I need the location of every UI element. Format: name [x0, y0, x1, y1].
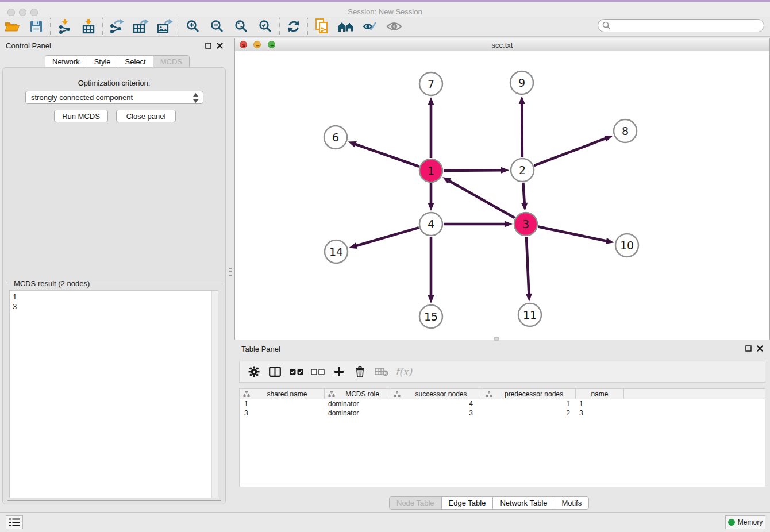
close-panel-button[interactable]: Close panel	[116, 110, 176, 122]
zoom-fit-button[interactable]	[229, 18, 253, 35]
toolbar-separator	[179, 18, 179, 35]
eye-edit-icon	[363, 20, 378, 33]
edge-arrowhead	[348, 141, 357, 148]
toolbar-separator	[307, 18, 308, 35]
table-options-button[interactable]	[243, 363, 264, 380]
column-label: name	[576, 390, 623, 398]
view-splitter-handle[interactable]	[494, 337, 499, 341]
zoom-in-button[interactable]	[181, 18, 205, 35]
toolbar-separator	[50, 18, 51, 35]
show-column-panel-button[interactable]	[264, 363, 286, 380]
zoom-out-button[interactable]	[205, 18, 229, 35]
tab-select[interactable]: Select	[118, 56, 153, 68]
edge-arrowhead	[428, 97, 434, 105]
unselect-all-columns-button[interactable]	[307, 363, 328, 380]
optimization-criterion-label: Optimization criterion:	[2, 79, 226, 87]
edge-arrowhead	[526, 294, 532, 302]
zoom-selected-button[interactable]	[253, 18, 278, 35]
open-session-button[interactable]	[0, 18, 24, 35]
task-history-button[interactable]	[6, 515, 23, 529]
tab-node-table[interactable]: Node Table	[390, 497, 442, 509]
edge-arrowhead	[442, 177, 451, 184]
cell-name[interactable]: 1	[576, 400, 624, 408]
import-table-button[interactable]	[76, 18, 101, 35]
node-table-body[interactable]: 1dominator4113dominator323	[239, 399, 765, 487]
edge-3-10[interactable]	[538, 227, 607, 241]
duplicate-network-button[interactable]	[310, 18, 334, 35]
column-header-shared-name[interactable]: shared name	[240, 389, 325, 399]
search-icon	[602, 21, 611, 30]
export-image-icon	[157, 19, 173, 34]
cell-predecessor-nodes[interactable]: 1	[482, 400, 576, 408]
export-image-button[interactable]	[153, 18, 177, 35]
table-row[interactable]: 1dominator411	[240, 399, 765, 408]
tab-motifs[interactable]: Motifs	[555, 497, 589, 509]
tab-network[interactable]: Network	[45, 56, 87, 68]
edge-1-2[interactable]	[444, 170, 502, 171]
column-label: shared name	[250, 390, 324, 398]
cell-name[interactable]: 3	[576, 409, 624, 417]
optimization-criterion-dropdown[interactable]: strongly connected component	[25, 91, 203, 104]
tab-edge-table[interactable]: Edge Table	[442, 497, 494, 509]
toggle-graphics-details-button[interactable]	[358, 18, 382, 35]
cell-successor-nodes[interactable]: 3	[390, 409, 482, 417]
export-network-button[interactable]	[105, 18, 129, 35]
cell-MCDS-role[interactable]: dominator	[325, 409, 390, 417]
node-label-15: 15	[424, 310, 438, 323]
gear-icon	[248, 366, 260, 377]
tab-mcds[interactable]: MCDS	[153, 56, 189, 68]
close-table-panel-icon[interactable]	[757, 345, 763, 352]
run-mcds-button[interactable]: Run MCDS	[54, 110, 108, 122]
mcds-result-textarea[interactable]: 1 3	[9, 290, 218, 498]
edge-1-6[interactable]	[355, 144, 419, 167]
list-icon	[9, 518, 20, 527]
save-session-button[interactable]	[24, 18, 48, 35]
create-column-button[interactable]	[328, 363, 349, 380]
home-view-button[interactable]	[334, 18, 358, 35]
table-header-row[interactable]: shared nameMCDS rolesuccessor nodesprede…	[239, 388, 765, 399]
column-header-successor-nodes[interactable]: successor nodes	[390, 389, 482, 399]
float-table-panel-icon[interactable]	[745, 345, 752, 352]
column-header-name[interactable]: name	[576, 389, 624, 399]
delete-table-icon	[375, 367, 388, 376]
control-panel-tabs: NetworkStyleSelectMCDS	[45, 55, 190, 68]
table-row[interactable]: 3dominator323	[240, 408, 765, 418]
panel-splitter-handle[interactable]	[229, 268, 232, 277]
save-floppy-icon	[30, 20, 43, 33]
network-graph[interactable]: 7968124314101511	[235, 51, 769, 340]
edge-4-14[interactable]	[356, 228, 419, 246]
edge-2-9[interactable]	[522, 103, 522, 157]
close-panel-icon[interactable]	[217, 43, 223, 49]
result-scrollbar[interactable]	[211, 291, 218, 498]
float-panel-icon[interactable]	[205, 43, 211, 49]
cell-predecessor-nodes[interactable]: 2	[482, 409, 576, 417]
zoom-out-icon	[210, 20, 224, 33]
column-header-predecessor-nodes[interactable]: predecessor nodes	[482, 389, 576, 399]
cell-shared-name[interactable]: 1	[240, 400, 325, 408]
memory-status-icon	[728, 519, 735, 526]
cell-shared-name[interactable]: 3	[240, 409, 325, 417]
delete-column-button[interactable]	[349, 363, 371, 380]
memory-button[interactable]: Memory	[725, 515, 765, 529]
table-toolbar: f(x)	[239, 361, 765, 383]
network-window-titlebar[interactable]: scc.txt	[235, 38, 769, 51]
cell-successor-nodes[interactable]: 4	[390, 400, 482, 408]
function-builder-button-disabled: f(x)	[395, 366, 412, 377]
node-label-3: 3	[522, 218, 529, 230]
edge-2-3[interactable]	[523, 183, 524, 204]
toolbar-separator	[102, 18, 103, 35]
apply-layout-button[interactable]	[282, 18, 306, 35]
column-header-MCDS-role[interactable]: MCDS role	[325, 389, 390, 399]
import-network-button[interactable]	[52, 18, 76, 35]
tab-style[interactable]: Style	[87, 56, 118, 68]
show-hide-button[interactable]	[382, 18, 406, 35]
select-all-columns-button[interactable]	[286, 363, 307, 380]
cell-MCDS-role[interactable]: dominator	[325, 400, 390, 408]
edge-3-1[interactable]	[448, 180, 514, 218]
tab-network-table[interactable]: Network Table	[493, 497, 555, 509]
edge-2-8[interactable]	[534, 138, 607, 165]
export-table-button[interactable]	[129, 18, 153, 35]
hierarchy-icon	[394, 391, 401, 398]
search-input[interactable]	[598, 19, 764, 32]
edge-3-11[interactable]	[526, 237, 529, 295]
